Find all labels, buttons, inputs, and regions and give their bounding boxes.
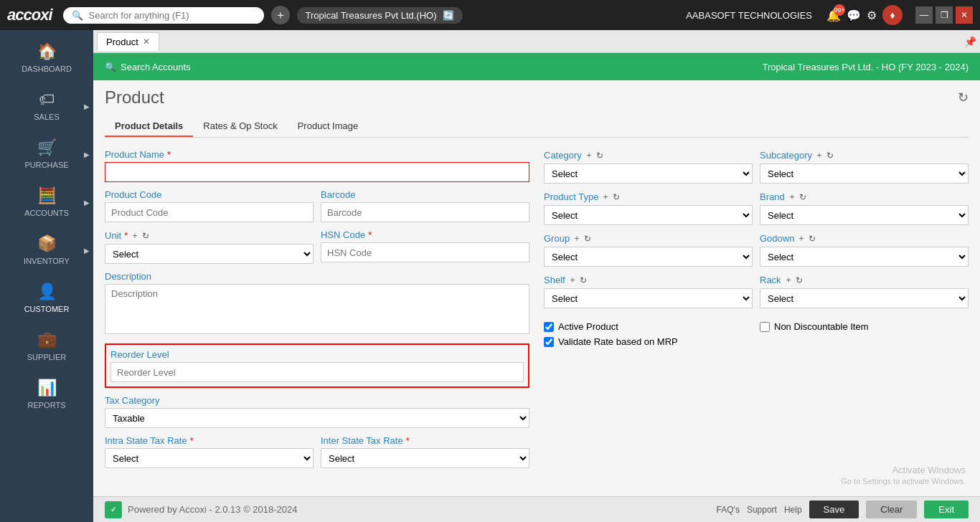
checkbox-row-1: Active Product Non Discountable Item: [544, 321, 969, 336]
search-accounts-button[interactable]: 🔍 Search Accounts: [105, 62, 191, 72]
user-avatar[interactable]: ♦: [882, 5, 903, 25]
non-discountable-checkbox[interactable]: [760, 322, 770, 332]
description-label: Description: [105, 271, 529, 282]
godown-refresh-icon[interactable]: ↻: [809, 234, 816, 244]
messages-button[interactable]: 💬: [847, 9, 861, 22]
exit-button[interactable]: Exit: [924, 500, 969, 518]
reorder-level-input[interactable]: [110, 362, 524, 382]
tax-category-select[interactable]: Taxable Non Taxable Exempt: [105, 408, 529, 428]
godown-add-icon[interactable]: ＋: [797, 232, 806, 245]
inter-state-select[interactable]: Select: [321, 448, 529, 468]
purchase-arrow: ▶: [84, 150, 90, 158]
product-name-input[interactable]: [105, 162, 529, 182]
godown-row: Godown ＋ ↻ Select: [760, 232, 969, 267]
subcategory-refresh-icon[interactable]: ↻: [826, 151, 834, 161]
sidebar-item-purchase[interactable]: 🛒 PURCHASE ▶: [0, 130, 93, 178]
sidebar-label-purchase: PURCHASE: [24, 161, 68, 169]
brand-row: Brand ＋ ↻ Select: [760, 191, 969, 225]
restore-button[interactable]: ❐: [936, 6, 953, 24]
notifications-button[interactable]: 🔔 99+: [826, 9, 841, 22]
active-product-label: Active Product: [558, 321, 618, 332]
barcode-input[interactable]: [321, 202, 529, 222]
unit-row: Unit * ＋ ↻ Select: [105, 229, 314, 264]
product-type-add-icon[interactable]: ＋: [601, 191, 610, 203]
settings-button[interactable]: ⚙: [867, 9, 877, 22]
product-code-row: Product Code: [105, 189, 314, 222]
shelf-select[interactable]: Select: [544, 288, 753, 308]
minimize-button[interactable]: —: [915, 6, 933, 24]
inter-state-row: Inter State Tax Rate * Select: [321, 435, 529, 468]
add-new-button[interactable]: ＋: [271, 6, 290, 24]
hsn-code-input[interactable]: [321, 242, 529, 262]
group-select[interactable]: Select: [544, 247, 753, 267]
window-controls: — ❐ ✕: [915, 6, 973, 24]
company-info: Tropical Treasures Pvt Ltd. - HO (FY 202…: [762, 62, 969, 72]
page-title: Product: [105, 87, 164, 108]
rack-label: Rack ＋ ↻: [760, 274, 969, 286]
category-row: Category ＋ ↻ Select: [544, 149, 753, 184]
global-search[interactable]: 🔍: [63, 7, 264, 24]
group-refresh-icon[interactable]: ↻: [584, 234, 591, 244]
category-select[interactable]: Select: [544, 163, 753, 184]
rack-row: Rack ＋ ↻ Select: [760, 274, 969, 308]
dashboard-icon: 🏠: [37, 42, 57, 61]
brand-refresh-icon[interactable]: ↻: [799, 192, 806, 202]
tab-pin-icon[interactable]: 📌: [964, 36, 976, 47]
close-button[interactable]: ✕: [956, 6, 973, 24]
product-tab[interactable]: Product ✕: [97, 32, 159, 51]
sidebar-item-sales[interactable]: 🏷 SALES ▶: [0, 82, 93, 130]
tab-rates-op-stock[interactable]: Rates & Op Stock: [193, 116, 287, 137]
tab-close-button[interactable]: ✕: [143, 37, 150, 47]
shelf-refresh-icon[interactable]: ↻: [580, 275, 587, 285]
validate-rate-checkbox[interactable]: [544, 337, 554, 347]
subcategory-select[interactable]: Select: [760, 163, 969, 184]
hsn-code-row: HSN Code *: [321, 229, 529, 264]
shelf-add-icon[interactable]: ＋: [568, 274, 577, 286]
clear-button[interactable]: Clear: [866, 500, 917, 518]
rack-add-icon[interactable]: ＋: [784, 274, 793, 286]
faq-link[interactable]: FAQ's: [717, 505, 740, 515]
company-selector[interactable]: Tropical Treasures Pvt Ltd.(HO) 🔄: [297, 7, 463, 24]
validate-rate-label: Validate Rate based on MRP: [558, 336, 678, 347]
godown-label: Godown ＋ ↻: [760, 232, 969, 245]
sub-tabs: Product Details Rates & Op Stock Product…: [105, 116, 969, 138]
description-textarea[interactable]: [105, 284, 529, 334]
unit-refresh-icon[interactable]: ↻: [142, 231, 149, 241]
group-add-icon[interactable]: ＋: [573, 232, 581, 245]
search-input[interactable]: [89, 10, 247, 21]
support-link[interactable]: Support: [747, 505, 777, 515]
sidebar-label-accounts: ACCOUNTS: [24, 209, 69, 217]
page-content: Product ↻ Product Details Rates & Op Sto…: [93, 80, 980, 496]
sidebar-label-customer: CUSTOMER: [24, 305, 70, 313]
help-link[interactable]: Help: [784, 505, 802, 515]
subcategory-add-icon[interactable]: ＋: [815, 149, 824, 161]
sidebar-item-dashboard[interactable]: 🏠 DASHBOARD: [0, 34, 93, 82]
product-type-refresh-icon[interactable]: ↻: [613, 192, 620, 202]
intra-state-select[interactable]: Select: [105, 448, 314, 468]
sidebar-item-reports[interactable]: 📊 REPORTS: [0, 370, 93, 418]
sidebar: 🏠 DASHBOARD 🏷 SALES ▶ 🛒 PURCHASE ▶ 🧮 ACC…: [0, 30, 93, 522]
sidebar-item-accounts[interactable]: 🧮 ACCOUNTS ▶: [0, 178, 93, 226]
rack-refresh-icon[interactable]: ↻: [796, 275, 803, 285]
rack-select[interactable]: Select: [760, 288, 969, 308]
unit-select[interactable]: Select: [105, 244, 314, 264]
search-accounts-label: Search Accounts: [121, 62, 191, 72]
tab-product-image[interactable]: Product Image: [288, 116, 369, 137]
content-area: Product ✕ 📌 🔍 Search Accounts Tropical T…: [93, 30, 980, 522]
category-add-icon[interactable]: ＋: [585, 149, 593, 161]
brand-add-icon[interactable]: ＋: [788, 191, 796, 203]
sidebar-item-inventory[interactable]: 📦 INVENTORY ▶: [0, 226, 93, 274]
save-button[interactable]: Save: [809, 500, 859, 518]
active-product-checkbox[interactable]: [544, 322, 554, 332]
unit-add-icon[interactable]: ＋: [131, 229, 139, 242]
brand-select[interactable]: Select: [760, 205, 969, 225]
godown-select[interactable]: Select: [760, 247, 969, 267]
page-refresh-button[interactable]: ↻: [958, 90, 969, 105]
tab-product-details[interactable]: Product Details: [105, 116, 193, 137]
product-code-input[interactable]: [105, 202, 314, 222]
product-type-select[interactable]: Select: [544, 205, 753, 225]
sidebar-item-customer[interactable]: 👤 CUSTOMER: [0, 274, 93, 322]
sidebar-item-supplier[interactable]: 💼 SUPPLIER: [0, 322, 93, 370]
category-refresh-icon[interactable]: ↻: [596, 151, 603, 161]
notification-badge: 99+: [834, 4, 845, 16]
